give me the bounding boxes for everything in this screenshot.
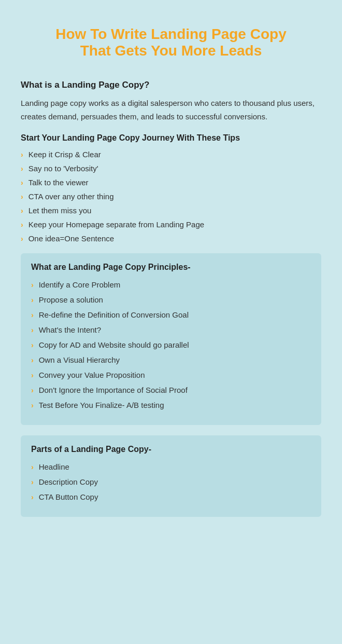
list-item-text: Say no to 'Verbosity': [28, 164, 98, 173]
principles-section: What are Landing Page Copy Principles- ›…: [21, 253, 321, 425]
list-item-text: Let them miss you: [28, 206, 92, 215]
chevron-icon: ›: [31, 386, 34, 394]
list-item: ›Talk to the viewer: [21, 178, 321, 187]
header-line1-highlight: Copy: [250, 26, 287, 42]
principles-heading: What are Landing Page Copy Principles-: [31, 263, 311, 272]
list-item-text: Don't Ignore the Importance of Social Pr…: [39, 386, 188, 394]
intro-body: Landing page copy works as a digital sal…: [21, 97, 321, 123]
intro-heading: What is a Landing Page Copy?: [21, 80, 321, 90]
list-item: ›Convey your Value Proposition: [31, 371, 311, 379]
list-item-text: Keep it Crisp & Clear: [28, 150, 101, 159]
chevron-icon: ›: [31, 371, 34, 379]
parts-list: ›Headline›Description Copy›CTA Button Co…: [31, 462, 311, 501]
header-line1: How To Write Landing Page Copy: [21, 26, 321, 43]
chevron-icon: ›: [21, 235, 23, 243]
list-item: ›CTA Button Copy: [31, 492, 311, 501]
parts-section: Parts of a Landing Page Copy- ›Headline›…: [21, 435, 321, 517]
list-item: ›Keep your Homepage separate from Landin…: [21, 220, 321, 229]
chevron-icon: ›: [31, 296, 34, 304]
list-item-text: Talk to the viewer: [28, 178, 89, 187]
list-item-text: Copy for AD and Website should go parall…: [39, 340, 189, 349]
header-line1-start: How To Write Landing Page: [55, 26, 250, 42]
list-item-text: Keep your Homepage separate from Landing…: [28, 220, 204, 229]
chevron-icon: ›: [21, 150, 23, 159]
chevron-icon: ›: [31, 281, 34, 289]
list-item-text: What's the Intent?: [39, 325, 101, 334]
chevron-icon: ›: [21, 179, 23, 187]
chevron-icon: ›: [31, 341, 34, 349]
list-item-text: Convey your Value Proposition: [39, 371, 145, 379]
tips-section: Start Your Landing Page Copy Journey Wit…: [21, 133, 321, 243]
list-item-text: CTA Button Copy: [39, 492, 98, 501]
list-item: ›Say no to 'Verbosity': [21, 164, 321, 173]
list-item: ›Own a Visual Hierarchy: [31, 355, 311, 364]
chevron-icon: ›: [31, 326, 34, 334]
list-item-text: Test Before You Finalize- A/B testing: [39, 401, 164, 409]
principles-list: ›Identify a Core Problem›Propose a solut…: [31, 280, 311, 409]
tips-heading: Start Your Landing Page Copy Journey Wit…: [21, 133, 321, 143]
list-item: ›Copy for AD and Website should go paral…: [31, 340, 311, 349]
header-line2: That Gets You More Leads: [21, 43, 321, 59]
list-item-text: Identify a Core Problem: [39, 280, 121, 289]
list-item-text: Own a Visual Hierarchy: [39, 355, 120, 364]
chevron-icon: ›: [31, 311, 34, 319]
list-item-text: Headline: [39, 462, 69, 471]
list-item: ›Propose a solution: [31, 295, 311, 304]
list-item-text: One idea=One Sentence: [28, 234, 115, 243]
chevron-icon: ›: [21, 221, 23, 229]
list-item: ›Let them miss you: [21, 206, 321, 215]
chevron-icon: ›: [31, 493, 34, 501]
chevron-icon: ›: [31, 401, 34, 409]
chevron-icon: ›: [21, 193, 23, 201]
chevron-icon: ›: [21, 165, 23, 173]
tips-list: ›Keep it Crisp & Clear›Say no to 'Verbos…: [21, 150, 321, 243]
list-item: ›CTA over any other thing: [21, 192, 321, 201]
list-item: ›Identify a Core Problem: [31, 280, 311, 289]
parts-heading: Parts of a Landing Page Copy-: [31, 445, 311, 454]
list-item: ›Don't Ignore the Importance of Social P…: [31, 386, 311, 394]
list-item: ›Description Copy: [31, 477, 311, 486]
intro-section: What is a Landing Page Copy? Landing pag…: [21, 80, 321, 123]
list-item-text: CTA over any other thing: [28, 192, 114, 201]
chevron-icon: ›: [21, 207, 23, 215]
chevron-icon: ›: [31, 356, 34, 364]
list-item-text: Description Copy: [39, 477, 98, 486]
chevron-icon: ›: [31, 478, 34, 486]
list-item: ›Test Before You Finalize- A/B testing: [31, 401, 311, 409]
chevron-icon: ›: [31, 463, 34, 471]
list-item-text: Re-define the Definition of Conversion G…: [39, 310, 189, 319]
list-item: ›One idea=One Sentence: [21, 234, 321, 243]
list-item-text: Propose a solution: [39, 295, 103, 304]
list-item: ›Re-define the Definition of Conversion …: [31, 310, 311, 319]
list-item: ›Keep it Crisp & Clear: [21, 150, 321, 159]
list-item: ›Headline: [31, 462, 311, 471]
list-item: ›What's the Intent?: [31, 325, 311, 334]
page-header: How To Write Landing Page Copy That Gets…: [21, 16, 321, 64]
